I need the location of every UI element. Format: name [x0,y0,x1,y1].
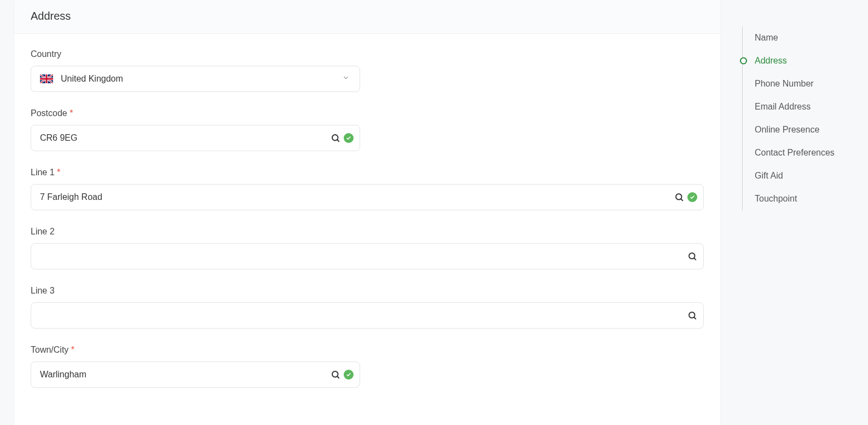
section-nav-sidebar: Name Address Phone Number Email Address … [720,0,868,425]
line3-group: Line 3 [31,286,704,329]
towncity-group: Town/City * [31,345,704,388]
nav-item-address[interactable]: Address [743,49,868,72]
section-title: Address [31,10,704,22]
svg-line-2 [337,140,339,142]
address-form-panel: Address Country United Kingdom [14,0,720,425]
nav-item-contact-prefs[interactable]: Contact Preferences [743,141,868,164]
svg-line-6 [694,258,696,260]
nav-list: Name Address Phone Number Email Address … [742,26,868,210]
check-icon [687,192,697,202]
line1-label: Line 1 * [31,168,704,177]
search-icon[interactable] [674,192,684,202]
nav-item-touchpoint[interactable]: Touchpoint [743,187,868,210]
country-group: Country United Kingdom [31,49,704,92]
line1-group: Line 1 * [31,168,704,210]
form-body: Country United Kingdom [14,34,720,393]
svg-point-3 [676,194,682,200]
check-icon [344,133,354,143]
check-icon [344,370,354,380]
svg-line-4 [681,199,683,201]
nav-item-phone[interactable]: Phone Number [743,72,868,95]
line3-input[interactable] [31,302,704,329]
svg-line-8 [694,317,696,319]
search-icon[interactable] [331,133,340,143]
section-header: Address [14,0,720,34]
svg-point-1 [332,135,338,141]
search-icon[interactable] [687,311,697,320]
svg-point-5 [689,253,695,259]
nav-item-email[interactable]: Email Address [743,95,868,118]
line2-input[interactable] [31,243,704,269]
towncity-input[interactable] [31,361,360,388]
line2-group: Line 2 [31,227,704,269]
line2-label: Line 2 [31,227,704,237]
nav-item-online[interactable]: Online Presence [743,118,868,141]
postcode-group: Postcode * [31,108,704,151]
svg-line-10 [337,376,339,378]
line3-label: Line 3 [31,286,704,296]
country-label: Country [31,49,704,59]
country-value: United Kingdom [61,74,123,84]
postcode-label: Postcode * [31,108,704,118]
nav-item-name[interactable]: Name [743,26,868,49]
chevron-down-icon [342,74,350,84]
uk-flag-icon [40,74,53,83]
postcode-input[interactable] [31,125,360,151]
svg-point-7 [689,312,695,318]
country-select[interactable]: United Kingdom [31,66,360,92]
line1-input[interactable] [31,184,704,210]
search-icon[interactable] [331,370,340,380]
search-icon[interactable] [687,251,697,261]
svg-point-9 [332,371,338,377]
nav-item-giftaid[interactable]: Gift Aid [743,164,868,187]
towncity-label: Town/City * [31,345,704,355]
